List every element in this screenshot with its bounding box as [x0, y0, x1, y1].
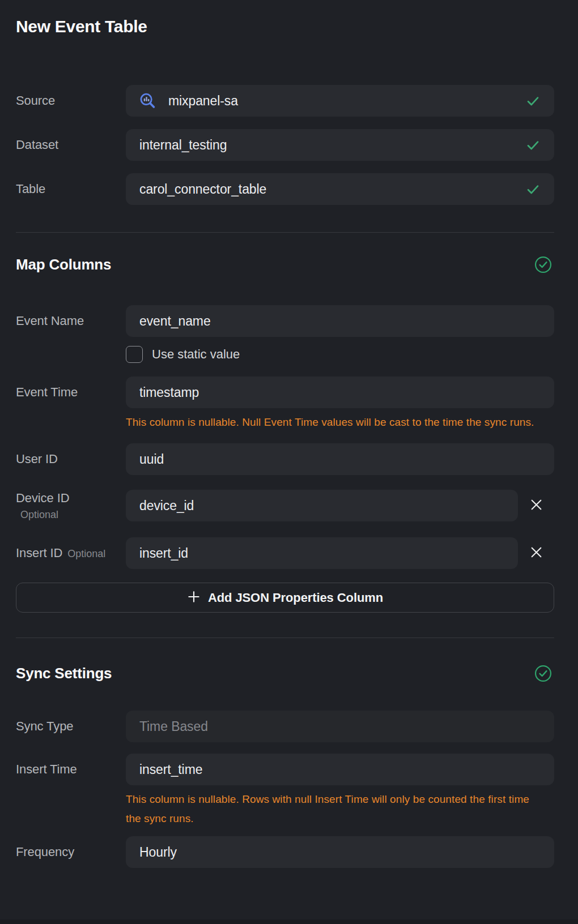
insert-time-label: Insert Time [16, 762, 77, 776]
sync-type-label: Sync Type [16, 719, 73, 733]
source-label: Source [16, 93, 55, 108]
user-id-label: User ID [16, 452, 58, 466]
sync-settings-title: Sync Settings [16, 663, 112, 683]
insert-id-select[interactable]: insert_id [126, 537, 518, 569]
insert-time-select[interactable]: insert_time [126, 754, 554, 785]
user-id-value: uuid [139, 452, 164, 467]
insert-id-row: Insert ID Optional insert_id [16, 537, 554, 569]
dataset-label: Dataset [16, 138, 58, 152]
insert-id-optional-tag: Optional [67, 548, 105, 560]
mixpanel-chart-magnifier-icon [138, 92, 157, 110]
event-time-label: Event Time [16, 385, 78, 399]
insert-id-value: insert_id [139, 546, 188, 561]
dataset-value: internal_testing [139, 138, 227, 153]
user-id-row: User ID uuid [16, 443, 554, 475]
event-name-value: event_name [139, 314, 211, 329]
check-icon [525, 93, 541, 109]
frequency-label: Frequency [16, 845, 74, 859]
map-columns-title: Map Columns [16, 254, 111, 275]
table-value: carol_connector_table [139, 182, 266, 197]
event-name-label: Event Name [16, 314, 84, 328]
insert-time-warning: This column is nullable. Rows with null … [126, 790, 545, 828]
sync-type-value: Time Based [139, 719, 208, 734]
use-static-value-label: Use static value [152, 347, 240, 362]
source-value: mixpanel-sa [168, 93, 238, 109]
sync-type-select: Time Based [126, 711, 554, 742]
sync-settings-header: Sync Settings [16, 663, 554, 683]
footer-edge [0, 919, 578, 924]
add-json-properties-column-button[interactable]: Add JSON Properties Column [16, 583, 554, 613]
event-time-row: Event Time timestamp [16, 377, 554, 408]
table-label: Table [16, 182, 45, 196]
event-time-warning: This column is nullable. Null Event Time… [126, 413, 545, 432]
table-row: Table carol_connector_table [16, 173, 554, 205]
remove-device-id-button[interactable] [524, 493, 549, 518]
plus-icon [187, 590, 201, 605]
x-icon [530, 498, 543, 513]
event-name-row: Event Name event_name [16, 305, 554, 337]
sync-type-row: Sync Type Time Based [16, 711, 554, 742]
circle-check-icon [534, 665, 552, 682]
remove-insert-id-button[interactable] [524, 541, 549, 566]
dataset-row: Dataset internal_testing [16, 129, 554, 161]
insert-time-row: Insert Time insert_time [16, 754, 554, 785]
static-value-row: Use static value [126, 346, 554, 363]
table-select[interactable]: carol_connector_table [126, 173, 554, 205]
dataset-select[interactable]: internal_testing [126, 129, 554, 161]
map-columns-header: Map Columns [16, 254, 554, 275]
event-time-select[interactable]: timestamp [126, 377, 554, 408]
frequency-value: Hourly [139, 845, 177, 860]
event-name-select[interactable]: event_name [126, 305, 554, 337]
source-row: Source mixpanel-sa [16, 85, 554, 117]
insert-time-value: insert_time [139, 762, 202, 777]
user-id-select[interactable]: uuid [126, 443, 554, 475]
device-id-optional-tag: Optional [20, 509, 126, 521]
x-icon [530, 546, 543, 561]
circle-check-icon [534, 256, 552, 273]
frequency-row: Frequency Hourly [16, 836, 554, 868]
frequency-select[interactable]: Hourly [126, 836, 554, 868]
section-divider [16, 232, 554, 233]
section-divider [16, 638, 554, 638]
device-id-select[interactable]: device_id [126, 490, 518, 521]
device-id-value: device_id [139, 498, 194, 514]
add-json-properties-column-label: Add JSON Properties Column [208, 591, 383, 605]
page-title: New Event Table [16, 16, 554, 37]
new-event-table-form: New Event Table Source mixpanel-sa Datas… [0, 0, 578, 924]
check-icon [525, 138, 541, 153]
use-static-value-checkbox[interactable] [126, 346, 143, 363]
device-id-label: Device ID [16, 491, 69, 505]
check-icon [525, 182, 541, 197]
insert-id-label: Insert ID [16, 546, 62, 561]
source-select[interactable]: mixpanel-sa [126, 85, 554, 117]
event-time-value: timestamp [139, 385, 199, 400]
device-id-row: Device ID Optional device_id [16, 490, 554, 521]
